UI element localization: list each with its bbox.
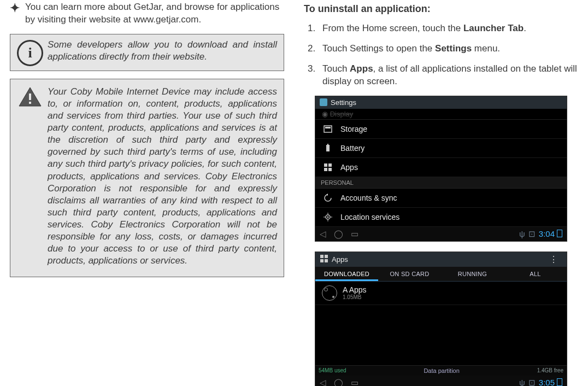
- svg-rect-10: [328, 168, 332, 171]
- settings-title-icon: [320, 98, 327, 106]
- screenshot-settings: Settings ◉ Display Storage Battery Apps …: [315, 96, 567, 242]
- warning-icon: [16, 86, 44, 107]
- bullet-text: You can learn more about GetJar, and bro…: [23, 1, 284, 26]
- data-used: 54MB used: [319, 367, 346, 373]
- tab-all[interactable]: ALL: [504, 267, 567, 281]
- data-free: 1.4GB free: [537, 367, 563, 373]
- settings-row-location[interactable]: Location services: [315, 208, 567, 227]
- svg-rect-5: [326, 145, 330, 151]
- svg-point-13: [327, 216, 329, 218]
- svg-rect-18: [320, 255, 324, 258]
- svg-marker-11: [326, 194, 328, 196]
- svg-rect-9: [324, 168, 327, 171]
- svg-rect-21: [325, 259, 328, 262]
- app-name: A Apps: [343, 285, 367, 294]
- info-message-2: Your Coby Mobile Internet Device may inc…: [44, 86, 278, 267]
- navbar-1: ◁◯▭ ψ⊡3:04: [315, 227, 567, 241]
- location-icon: [323, 213, 333, 221]
- svg-rect-19: [325, 255, 328, 258]
- navbar-2: ◁◯▭ ψ⊡3:05: [315, 376, 567, 386]
- svg-rect-20: [320, 259, 324, 262]
- apps-titlebar: Apps ⋮: [315, 252, 567, 267]
- data-label: Data partition: [424, 367, 459, 374]
- recent-icon[interactable]: ▭: [351, 378, 358, 386]
- home-icon[interactable]: ◯: [334, 378, 343, 386]
- usb-icon: ψ: [519, 229, 525, 238]
- clock-1: 3:04: [539, 229, 555, 238]
- back-icon[interactable]: ◁: [320, 229, 326, 238]
- steps-list: From the Home screen, touch the Launcher…: [304, 22, 578, 88]
- settings-row-storage[interactable]: Storage: [315, 120, 567, 139]
- info-box-1: i Some developers allow you to download …: [10, 34, 284, 71]
- debug-icon: ⊡: [528, 229, 536, 238]
- battery-status-icon: [557, 230, 562, 237]
- info-message-1: Some developers allow you to download an…: [44, 39, 278, 63]
- debug-icon: ⊡: [528, 378, 536, 386]
- svg-rect-8: [328, 163, 332, 167]
- step-1: From the Home screen, touch the Launcher…: [318, 22, 578, 35]
- apps-icon: [323, 163, 333, 172]
- tab-downloaded[interactable]: DOWNLOADED: [315, 267, 378, 281]
- storage-icon: [323, 125, 333, 133]
- svg-rect-2: [29, 102, 31, 104]
- svg-rect-7: [324, 163, 327, 167]
- settings-section-personal: PERSONAL: [315, 177, 567, 189]
- sync-icon: [323, 194, 333, 202]
- usb-icon: ψ: [519, 378, 525, 386]
- settings-titlebar: Settings: [315, 96, 567, 109]
- app-icon: [322, 285, 337, 301]
- info-box-2: Your Coby Mobile Internet Device may inc…: [10, 79, 284, 277]
- tab-sdcard[interactable]: ON SD CARD: [378, 267, 441, 281]
- screenshot-apps: Apps ⋮ DOWNLOADED ON SD CARD RUNNING ALL…: [315, 252, 567, 386]
- svg-rect-6: [327, 144, 328, 145]
- step-2: Touch Settings to open the Settings menu…: [318, 43, 578, 55]
- settings-row-apps[interactable]: Apps: [315, 158, 567, 177]
- svg-rect-3: [324, 126, 332, 132]
- data-partition-bar: 54MB used Data partition 1.4GB free: [315, 365, 567, 376]
- tab-running[interactable]: RUNNING: [441, 267, 504, 281]
- home-icon[interactable]: ◯: [334, 229, 343, 238]
- heading-uninstall: To uninstall an application:: [304, 3, 578, 15]
- apps-title-icon: [320, 254, 328, 265]
- step-3: Touch Apps, a list of all applications i…: [318, 63, 578, 88]
- apps-tabs: DOWNLOADED ON SD CARD RUNNING ALL: [315, 267, 567, 282]
- recent-icon[interactable]: ▭: [351, 229, 358, 238]
- settings-row-display[interactable]: ◉ Display: [315, 109, 567, 120]
- app-size: 1.05MB: [343, 294, 367, 300]
- battery-status-icon: [557, 378, 562, 386]
- bullet-icon: ✦: [10, 1, 23, 14]
- battery-icon: [323, 144, 333, 153]
- empty-space: [315, 305, 567, 365]
- menu-icon[interactable]: ⋮: [549, 254, 562, 265]
- back-icon[interactable]: ◁: [320, 378, 326, 386]
- svg-rect-4: [325, 127, 331, 128]
- svg-rect-1: [29, 93, 31, 100]
- settings-row-accounts[interactable]: Accounts & sync: [315, 189, 567, 208]
- info-icon: i: [16, 39, 44, 66]
- app-list-item[interactable]: A Apps 1.05MB: [315, 282, 567, 305]
- clock-2: 3:05: [539, 378, 555, 386]
- bullet-item: ✦ You can learn more about GetJar, and b…: [10, 1, 284, 26]
- settings-row-battery[interactable]: Battery: [315, 139, 567, 158]
